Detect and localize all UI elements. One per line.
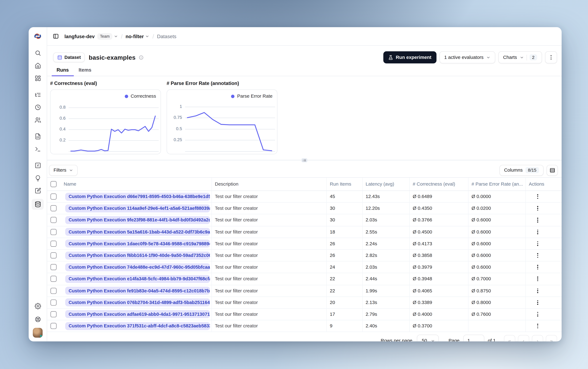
first-page-button[interactable]: «	[504, 335, 515, 341]
sidebar-item-settings[interactable]	[32, 301, 44, 311]
desktop: langfuse-dev Team / no-filter / Datasets…	[0, 0, 588, 369]
breadcrumb-project[interactable]: no-filter	[126, 33, 144, 39]
tab-runs[interactable]: Runs	[52, 66, 74, 76]
previous-page-button[interactable]: ‹	[518, 335, 529, 341]
filters-button[interactable]: Filters	[49, 165, 78, 176]
run-items-cell: 18	[327, 226, 363, 237]
last-page-button[interactable]: »	[546, 335, 557, 341]
correctness-cell: Ø 0.4173	[410, 238, 469, 249]
chevron-down-icon[interactable]	[145, 34, 149, 38]
row-actions-button[interactable]	[536, 240, 539, 247]
run-name-link[interactable]: Custom Python Execution 5a15a616-1bab-44…	[65, 228, 210, 236]
sidebar-item-playground[interactable]	[32, 144, 44, 154]
row-checkbox[interactable]	[50, 241, 57, 246]
sidebar-item-datasets[interactable]	[32, 199, 44, 210]
info-icon[interactable]	[138, 55, 143, 60]
sidebar-item-home[interactable]	[32, 61, 44, 70]
columns-label: Columns	[504, 168, 523, 173]
actions-cell	[526, 297, 562, 308]
row-actions-button[interactable]	[536, 322, 539, 330]
run-name-link[interactable]: Custom Python Execution 74de488e-ec9d-47…	[65, 263, 210, 271]
breadcrumb-org[interactable]: langfuse-dev	[64, 33, 95, 39]
row-actions-button[interactable]	[536, 287, 539, 294]
parse-error-rate-cell: Ø 0.0000	[469, 191, 526, 202]
row-checkbox[interactable]	[50, 252, 57, 258]
row-checkbox[interactable]	[50, 288, 57, 294]
tab-items[interactable]: Items	[74, 66, 96, 76]
row-checkbox-cell	[47, 191, 60, 202]
run-name-link[interactable]: Custom Python Execution 114aa9ef-29e6-4e…	[65, 205, 210, 212]
run-name-link[interactable]: Custom Python Execution fe91b83e-04a5-47…	[65, 287, 210, 295]
correctness-cell: Ø 0.3979	[410, 261, 469, 273]
active-evaluators-button[interactable]: 1 active evaluators	[439, 51, 495, 63]
sidebar-item-search[interactable]	[32, 48, 44, 58]
sidebar-item-evaluation[interactable]	[32, 161, 44, 170]
table-row: Custom Python Execution f6bb1614-1f90-40…	[47, 250, 561, 261]
resize-grip-handle[interactable]	[301, 158, 307, 162]
rows-per-page-select[interactable]: 50	[417, 335, 439, 341]
sidebar-bottom-nav	[32, 301, 44, 328]
run-description-cell: Test our filter creator	[212, 285, 327, 297]
run-name-link[interactable]: Custom Python Execution d66e7991-8595-45…	[65, 193, 210, 201]
run-description-cell: Test our filter creator	[212, 297, 327, 308]
sidebar-item-dashboards[interactable]	[32, 74, 44, 83]
row-checkbox[interactable]	[50, 323, 57, 329]
run-description-cell: Test our filter creator	[212, 273, 327, 285]
run-name-link[interactable]: Custom Python Execution f6bb1614-1f90-40…	[65, 251, 210, 259]
sidebar-item-tracing[interactable]	[32, 90, 44, 99]
row-checkbox[interactable]	[50, 229, 57, 235]
row-checkbox[interactable]	[50, 264, 57, 270]
columns-button[interactable]: Columns 8/15	[500, 165, 543, 176]
run-experiment-button[interactable]: Run experiment	[383, 51, 436, 63]
run-name-cell: Custom Python Execution e14fa348-5cfc-49…	[61, 273, 212, 285]
sidebar-item-annotation[interactable]	[32, 186, 44, 195]
y-axis-tick-label: 0.4	[50, 127, 66, 131]
run-name-link[interactable]: Custom Python Execution adfae619-abb0-4d…	[65, 310, 210, 318]
run-experiment-label: Run experiment	[396, 55, 431, 60]
run-name-cell: Custom Python Execution 114aa9ef-29e6-4e…	[61, 203, 212, 214]
breadcrumb-section[interactable]: Datasets	[157, 33, 176, 39]
sidebar-item-users[interactable]	[32, 115, 44, 125]
sidebar-item-insights[interactable]	[32, 173, 44, 183]
sidebar-item-sessions[interactable]	[32, 102, 44, 112]
row-actions-button[interactable]	[536, 216, 539, 224]
next-page-button[interactable]: ›	[532, 335, 543, 341]
page-number-input[interactable]: 1	[463, 335, 484, 341]
run-name-link[interactable]: Custom Python Execution 9fe23f98-881e-44…	[65, 216, 210, 224]
database-icon	[57, 55, 62, 60]
row-actions-button[interactable]	[536, 299, 539, 306]
row-actions-button[interactable]	[536, 205, 539, 212]
user-avatar[interactable]	[33, 328, 42, 338]
row-checkbox-cell	[47, 320, 60, 332]
chevron-down-icon[interactable]	[114, 34, 118, 38]
sidebar-item-prompts[interactable]	[32, 132, 44, 141]
row-checkbox[interactable]	[50, 217, 57, 223]
run-name-link[interactable]: Custom Python Execution 1daec0f9-5e78-43…	[65, 240, 210, 247]
sidebar-item-support[interactable]	[32, 315, 44, 324]
row-actions-button[interactable]	[536, 310, 539, 318]
breadcrumb-separator: /	[121, 33, 123, 39]
run-name-link[interactable]: Custom Python Execution 371f531c-abff-4d…	[65, 322, 210, 330]
select-all-checkbox[interactable]	[50, 181, 57, 187]
row-height-button[interactable]	[547, 165, 558, 176]
row-checkbox[interactable]	[50, 311, 57, 317]
row-checkbox[interactable]	[50, 205, 57, 211]
clock-icon	[35, 104, 41, 111]
run-name-link[interactable]: Custom Python Execution e14fa348-5cfc-49…	[65, 275, 210, 283]
sidebar-toggle-button[interactable]	[50, 31, 61, 41]
row-actions-button[interactable]	[536, 275, 539, 283]
row-checkbox[interactable]	[50, 194, 57, 200]
page-menu-button[interactable]	[545, 51, 557, 63]
top-navigation-bar: langfuse-dev Team / no-filter / Datasets	[47, 27, 561, 46]
row-checkbox[interactable]	[50, 276, 57, 282]
charts-toggle-button[interactable]: Charts 2	[498, 51, 542, 63]
row-actions-button[interactable]	[536, 252, 539, 259]
run-name-link[interactable]: Custom Python Execution 076b2704-341d-48…	[65, 298, 210, 306]
langfuse-logo-icon	[34, 32, 42, 40]
row-actions-button[interactable]	[536, 263, 539, 271]
row-checkbox[interactable]	[50, 299, 57, 305]
row-actions-button[interactable]	[536, 228, 539, 236]
correctness-cell: Ø 0.3389	[410, 297, 469, 308]
parse-error-rate-cell: Ø 0.6000	[469, 215, 526, 226]
row-actions-button[interactable]	[536, 193, 539, 200]
